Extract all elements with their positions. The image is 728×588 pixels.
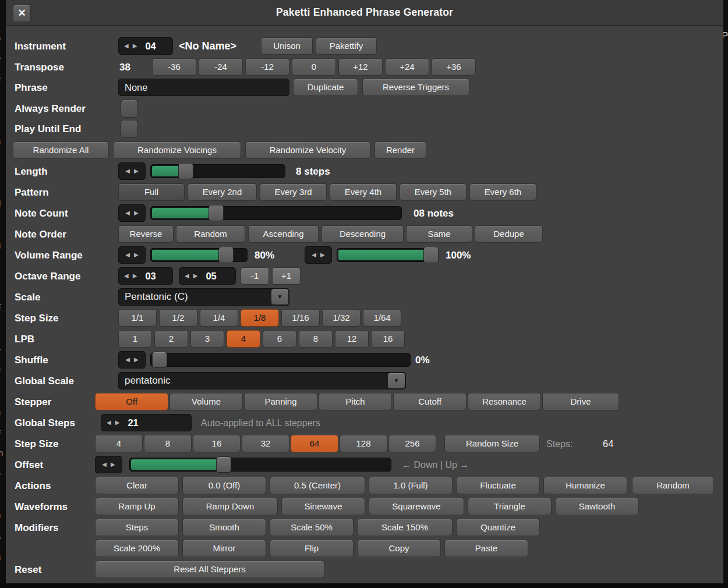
steps-256-button[interactable]: 256: [388, 435, 436, 452]
step-size-1-2-button[interactable]: 1/2: [159, 309, 197, 327]
action-humanize-button[interactable]: Humanize: [543, 477, 627, 494]
offset-stepper[interactable]: ◀ ▶: [95, 456, 122, 473]
length-stepper[interactable]: ◀ ▶: [118, 162, 146, 180]
octave-minus-1-button[interactable]: -1: [241, 267, 269, 285]
action-1-0-full-button[interactable]: 1.0 (Full): [369, 477, 453, 494]
note-count-slider[interactable]: [150, 206, 402, 220]
steps-32-button[interactable]: 32: [242, 435, 289, 452]
unison-button[interactable]: Unison: [261, 37, 313, 55]
waveform-triangle-button[interactable]: Triangle: [468, 498, 552, 515]
shuffle-slider-handle[interactable]: [152, 352, 167, 368]
lpb-1-button[interactable]: 1: [118, 330, 152, 348]
lpb-3-button[interactable]: 3: [190, 330, 224, 348]
always-render-checkbox[interactable]: [121, 100, 138, 118]
note-count-slider-handle[interactable]: [208, 205, 224, 221]
step-right-icon[interactable]: ▶: [133, 43, 137, 49]
stepper-volume-button[interactable]: Volume: [169, 393, 243, 410]
waveform-squarewave-button[interactable]: Squarewave: [369, 498, 464, 515]
step-right-icon[interactable]: ▶: [134, 210, 139, 216]
step-right-icon[interactable]: ▶: [115, 420, 120, 426]
offset-slider-handle[interactable]: [216, 456, 231, 473]
lpb-2-button[interactable]: 2: [154, 330, 188, 348]
randomize-velocity-button[interactable]: Randomize Velocity: [245, 141, 370, 159]
pattern-every-2nd-button[interactable]: Every 2nd: [188, 183, 257, 201]
modifier-mirror-button[interactable]: Mirror: [182, 540, 266, 557]
step-size-1-32-button[interactable]: 1/32: [322, 309, 361, 327]
randomize-voicings-button[interactable]: Randomize Voicings: [113, 141, 241, 159]
play-until-end-checkbox[interactable]: [121, 120, 138, 138]
steps-4-button[interactable]: 4: [95, 435, 143, 452]
shuffle-stepper[interactable]: ◀ ▶: [118, 351, 146, 369]
modifier-flip-button[interactable]: Flip: [270, 540, 354, 557]
step-size-1-64-button[interactable]: 1/64: [363, 309, 401, 327]
step-left-icon[interactable]: ◀: [125, 168, 130, 174]
step-right-icon[interactable]: ▶: [134, 357, 139, 363]
steps-64-button[interactable]: 64: [291, 435, 338, 452]
step-size-1-8-button[interactable]: 1/8: [241, 309, 279, 327]
note-order-ascending-button[interactable]: Ascending: [248, 225, 319, 243]
step-right-icon[interactable]: ▶: [193, 273, 198, 279]
note-order-reverse-button[interactable]: Reverse: [118, 225, 174, 243]
transpose-zero-button[interactable]: 0: [292, 58, 336, 76]
step-left-icon[interactable]: ◀: [125, 210, 130, 216]
note-order-same-button[interactable]: Same: [406, 225, 472, 243]
waveform-sawtooth-button[interactable]: Sawtooth: [555, 498, 639, 515]
stepper-panning-button[interactable]: Panning: [244, 393, 317, 410]
pakettify-button[interactable]: Pakettify: [316, 37, 377, 55]
step-left-icon[interactable]: ◀: [312, 252, 316, 258]
transpose-plus-24-button[interactable]: +24: [385, 58, 429, 76]
modifier-scale-50-button[interactable]: Scale 50%: [270, 519, 354, 536]
step-size-1-1-button[interactable]: 1/1: [118, 309, 157, 327]
volume-max-stepper[interactable]: ◀ ▶: [305, 246, 332, 264]
modifier-steps-button[interactable]: Steps: [95, 519, 179, 536]
action-random-button[interactable]: Random: [632, 477, 714, 494]
modifier-scale-150-button[interactable]: Scale 150%: [357, 519, 453, 536]
action-clear-button[interactable]: Clear: [95, 477, 179, 494]
modifier-paste-button[interactable]: Paste: [444, 540, 528, 557]
step-right-icon[interactable]: ▶: [134, 168, 139, 174]
action-fluctuate-button[interactable]: Fluctuate: [456, 477, 540, 494]
step-size-1-16-button[interactable]: 1/16: [281, 309, 320, 327]
duplicate-button[interactable]: Duplicate: [293, 79, 358, 96]
pattern-every-6th-button[interactable]: Every 6th: [469, 183, 536, 201]
lpb-6-button[interactable]: 6: [263, 330, 296, 348]
waveform-ramp-up-button[interactable]: Ramp Up: [95, 498, 179, 515]
transpose-minus-36-button[interactable]: -36: [152, 58, 196, 76]
step-left-icon[interactable]: ◀: [102, 462, 107, 467]
step-right-icon[interactable]: ▶: [320, 252, 325, 258]
step-right-icon[interactable]: ▶: [133, 273, 137, 279]
note-order-dedupe-button[interactable]: Dedupe: [475, 225, 543, 243]
stepper-resonance-button[interactable]: Resonance: [468, 393, 541, 410]
octave-high-stepper[interactable]: ◀ ▶ 05: [179, 267, 236, 285]
phrase-field[interactable]: None: [118, 79, 289, 96]
octave-plus-1-button[interactable]: +1: [272, 267, 301, 285]
offset-slider[interactable]: [129, 458, 391, 472]
step-left-icon[interactable]: ◀: [185, 273, 189, 279]
chevron-down-icon[interactable]: ▼: [388, 373, 405, 388]
steps-16-button[interactable]: 16: [193, 435, 241, 452]
modifier-quantize-button[interactable]: Quantize: [456, 519, 540, 536]
randomize-all-button[interactable]: Randomize All: [13, 141, 109, 159]
volume-min-stepper[interactable]: ◀ ▶: [118, 246, 146, 264]
volume-min-slider[interactable]: [150, 248, 248, 262]
reverse-triggers-button[interactable]: Reverse Triggers: [362, 79, 469, 96]
action-0-5-center-button[interactable]: 0.5 (Center): [270, 477, 365, 494]
chevron-down-icon[interactable]: ▼: [271, 289, 288, 304]
volume-max-slider-handle[interactable]: [423, 247, 439, 263]
random-size-button[interactable]: Random Size: [444, 435, 540, 452]
step-right-icon[interactable]: ▶: [134, 252, 139, 258]
step-size-1-4-button[interactable]: 1/4: [200, 309, 238, 327]
transpose-minus-12-button[interactable]: -12: [245, 58, 289, 76]
action-0-0-off-button[interactable]: 0.0 (Off): [182, 477, 266, 494]
pattern-every-4th-button[interactable]: Every 4th: [330, 183, 397, 201]
global-steps-stepper[interactable]: ◀ ▶ 21: [101, 414, 192, 431]
stepper-pitch-button[interactable]: Pitch: [319, 393, 392, 410]
waveform-ramp-down-button[interactable]: Ramp Down: [182, 498, 278, 515]
transpose-minus-24-button[interactable]: -24: [199, 58, 243, 76]
modifier-scale-200-button[interactable]: Scale 200%: [95, 540, 179, 557]
octave-low-stepper[interactable]: ◀ ▶ 03: [118, 267, 173, 285]
lpb-12-button[interactable]: 12: [335, 330, 369, 348]
note-order-random-button[interactable]: Random: [176, 225, 245, 243]
render-button[interactable]: Render: [374, 141, 426, 159]
shuffle-slider[interactable]: [150, 353, 411, 367]
